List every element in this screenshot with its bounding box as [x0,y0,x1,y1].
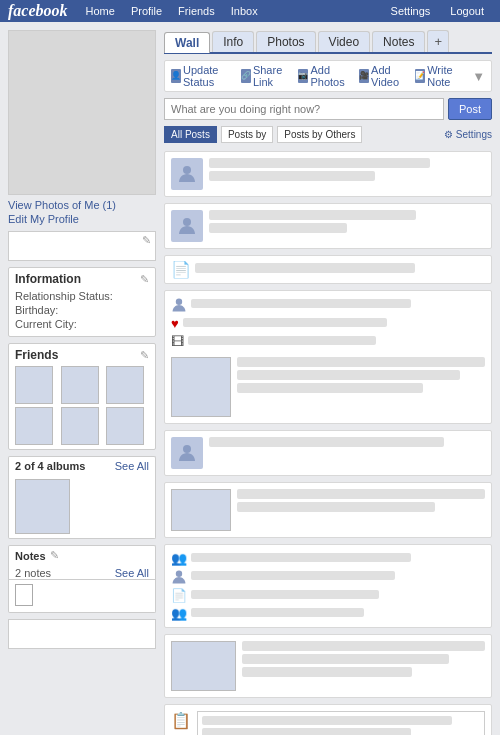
add-photos-action[interactable]: 📷 Add Photos [298,64,351,88]
person-avatar-icon-5 [177,443,197,463]
tab-notes[interactable]: Notes [372,31,425,52]
ph-bar-1 [209,158,430,168]
nav-friends[interactable]: Friends [170,5,223,17]
edit-profile-link[interactable]: Edit My Profile [8,213,156,225]
friend-thumb-1[interactable] [15,366,53,404]
tab-info[interactable]: Info [212,31,254,52]
settings-link[interactable]: Settings [383,5,439,17]
feed-media-thumb [171,357,231,417]
feed-item-2 [164,203,492,249]
albums-section: 2 of 4 albums See All [8,456,156,539]
share-link-action[interactable]: 🔗 Share Link [241,64,291,88]
albums-header: 2 of 4 albums See All [8,456,156,475]
ph-bar-10 [237,370,460,380]
filter-all-posts[interactable]: All Posts [164,126,217,143]
nav-home[interactable]: Home [78,5,123,17]
svg-point-1 [183,218,191,226]
status-input[interactable] [164,98,444,120]
feed-icon-row-heart: ♥ [171,316,485,331]
tab-video[interactable]: Video [318,31,370,52]
feed-multi-icons: 👥 📄 👥 [171,551,485,621]
update-status-action[interactable]: 👤 Update Status [171,64,233,88]
filter-buttons: All Posts Posts by Posts by Others [164,126,362,143]
top-navigation: facebook Home Profile Friends Inbox Sett… [0,0,500,22]
person-icon: 👤 [171,69,181,83]
ph-bar-20 [242,654,449,664]
sidebar-edit-icon[interactable]: ✎ [142,234,151,247]
group-icon-2: 👥 [171,606,187,621]
feed-large-text [242,641,485,680]
actions-dropdown-icon[interactable]: ▼ [472,69,485,84]
profile-photo [8,30,156,195]
filter-posts-by-others[interactable]: Posts by Others [277,126,362,143]
notes-count: 2 notes [15,567,51,579]
information-edit-icon[interactable]: ✎ [140,273,149,286]
feed-item-1 [164,151,492,197]
note-big-icon: 📋 [171,711,191,730]
svg-point-4 [176,571,182,577]
update-status-label: Update Status [183,64,233,88]
feed-media-row [171,357,485,417]
add-video-label: Add Video [371,64,407,88]
ph-bar-5 [195,263,415,273]
feed-note-big-row: 📋 [171,711,485,735]
ph-bar-7 [183,318,387,327]
notes-edit-icon[interactable]: ✎ [50,549,59,562]
share-link-label: Share Link [253,64,291,88]
friends-title: Friends [15,348,58,362]
tab-wall[interactable]: Wall [164,32,210,53]
status-bar: Post [164,98,492,120]
feed-item-7: 👥 📄 👥 [164,544,492,628]
feed-avatar-5 [171,437,203,469]
friend-thumb-3[interactable] [106,366,144,404]
feed-note-row: 📄 [171,260,485,279]
tab-add[interactable]: + [427,30,449,52]
album-thumb[interactable] [15,479,70,534]
nav-right: Settings Logout [383,5,492,17]
tab-photos[interactable]: Photos [256,31,315,52]
person-avatar-icon-7 [171,569,187,585]
nav-inbox[interactable]: Inbox [223,5,266,17]
friend-thumb-6[interactable] [106,407,144,445]
heart-icon: ♥ [171,316,179,331]
post-button[interactable]: Post [448,98,492,120]
ph-bar-18 [191,608,364,617]
friends-edit-icon[interactable]: ✎ [140,349,149,362]
ph-bar-15 [191,553,411,562]
friend-thumb-5[interactable] [61,407,99,445]
photo-icon: 📷 [298,69,308,83]
add-video-action[interactable]: 🎥 Add Video [359,64,407,88]
friend-thumb-4[interactable] [15,407,53,445]
feed-item-4: ♥ 🎞 [164,290,492,424]
feed-media-row-2 [171,489,485,531]
nav-profile[interactable]: Profile [123,5,170,17]
filter-posts-by[interactable]: Posts by [221,126,273,143]
feed-icon-row-film: 🎞 [171,334,485,349]
sidebar-bottom-box [8,619,156,649]
feed-media-text [237,357,485,396]
video-icon: 🎥 [359,69,369,83]
ph-bar-22 [202,716,452,725]
ph-bar-16 [191,571,395,580]
feed-settings-link[interactable]: ⚙ Settings [444,129,492,140]
ph-bar-21 [242,667,412,677]
logout-link[interactable]: Logout [442,5,492,17]
albums-see-all[interactable]: See All [115,460,149,472]
feed-media-text-2 [237,489,485,515]
friend-thumb-2[interactable] [61,366,99,404]
ph-bar-11 [237,383,423,393]
feed-item-9: 📋 [164,704,492,735]
notes-see-all[interactable]: See All [115,567,149,579]
information-header: Information ✎ [15,272,149,286]
feed-doc-row: 📄 [171,588,485,603]
information-section: Information ✎ Relationship Status: Birth… [8,267,156,337]
svg-point-3 [183,445,191,453]
profile-links: View Photos of Me (1) Edit My Profile [8,199,156,225]
ph-bar-23 [202,728,411,735]
write-note-action[interactable]: 📝 Write Note [415,64,464,88]
ph-bar-4 [209,223,347,233]
friends-header: Friends ✎ [15,348,149,362]
feed-content-2 [209,210,485,236]
view-photos-link[interactable]: View Photos of Me (1) [8,199,156,211]
birthday-label: Birthday: [15,304,58,316]
